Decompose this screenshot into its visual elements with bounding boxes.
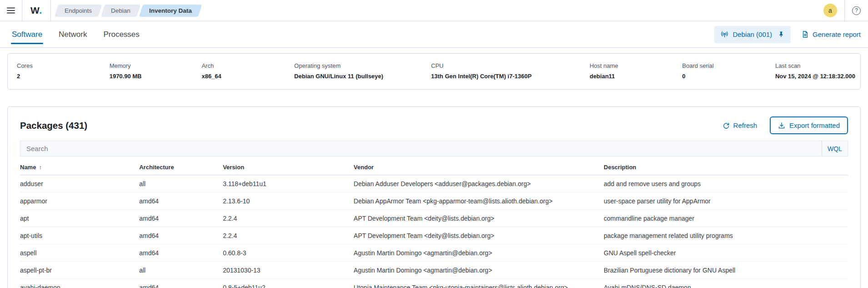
cell-name: apt: [20, 215, 139, 222]
summary-field-value: 2: [17, 73, 105, 80]
summary-field: Host name debian11: [590, 62, 682, 80]
summary-field: Memory 1970.90 MB: [110, 62, 202, 80]
summary-field: Arch x86_64: [201, 62, 294, 80]
cell-version: 20131030-13: [223, 267, 354, 274]
header-divider: [844, 0, 845, 21]
cell-name: apt-utils: [20, 232, 139, 239]
cell-architecture: amd64: [139, 215, 223, 222]
agent-chip-label: Debian (001): [733, 30, 772, 38]
cell-description: Avahi mDNS/DNS-SD daemon: [604, 284, 848, 288]
menu-hamburger-icon[interactable]: [0, 0, 22, 21]
summary-field-label: Board serial: [682, 62, 771, 69]
tab-network[interactable]: Network: [58, 21, 88, 47]
cell-vendor: Debian Adduser Developers <adduser@packa…: [354, 180, 604, 187]
search-input[interactable]: [20, 141, 822, 156]
summary-field: Operating system Debian GNU/Linux 11 (bu…: [294, 62, 431, 80]
generate-report-button[interactable]: Generate report: [802, 30, 861, 38]
pin-icon[interactable]: [778, 31, 784, 38]
summary-field-label: Memory: [110, 62, 197, 69]
column-header[interactable]: Name↑: [20, 164, 139, 175]
packages-title: Packages (431): [20, 120, 87, 131]
cell-architecture: amd64: [139, 284, 223, 288]
summary-field-label: CPU: [431, 62, 585, 69]
cell-description: GNU Aspell spell-checker: [604, 249, 848, 257]
summary-field: Board serial 0: [682, 62, 775, 80]
download-icon: [778, 122, 785, 129]
cell-name: apparmor: [20, 197, 139, 205]
summary-field-value: Nov 15, 2024 @ 12:18:32.000: [775, 73, 855, 80]
cell-vendor: Utopia Maintenance Team <pkg-utopia-main…: [354, 284, 604, 288]
refresh-icon: [722, 122, 730, 129]
breadcrumb-item[interactable]: Inventory Data: [139, 5, 202, 17]
table-row[interactable]: apt amd64 2.2.4 APT Development Team <de…: [20, 210, 848, 227]
broadcast-icon: [721, 30, 728, 38]
summary-field: Last scan Nov 15, 2024 @ 12:18:32.000: [775, 62, 860, 80]
cell-architecture: all: [139, 180, 223, 187]
column-header[interactable]: Version: [223, 164, 354, 175]
table-row[interactable]: apt-utils amd64 2.2.4 APT Development Te…: [20, 227, 848, 244]
export-formatted-button[interactable]: Export formatted: [770, 116, 848, 134]
summary-field-value: x86_64: [201, 73, 290, 80]
agent-selector-chip[interactable]: Debian (001): [714, 26, 791, 43]
cell-vendor: APT Development Team <deity@lists.debian…: [354, 215, 604, 222]
table-row[interactable]: avahi-daemon amd64 0.8-5+deb11u2 Utopia …: [20, 279, 848, 288]
cell-name: avahi-daemon: [20, 284, 139, 288]
cell-version: 0.60.8-3: [223, 249, 354, 257]
cell-name: aspell: [20, 249, 139, 257]
summary-field-label: Last scan: [775, 62, 855, 69]
tabbar-actions: Debian (001) Generate report: [714, 26, 861, 43]
column-header[interactable]: Vendor: [354, 164, 604, 175]
header-divider: [50, 0, 51, 21]
breadcrumb-item[interactable]: Endpoints: [54, 5, 102, 17]
wazuh-logo: W.: [22, 5, 50, 16]
table-row[interactable]: aspell-pt-br all 20131030-13 Agustin Mar…: [20, 262, 848, 279]
column-header[interactable]: Architecture: [139, 164, 223, 175]
cell-vendor: Debian AppArmor Team <pkg-apparmor-team@…: [354, 197, 604, 205]
help-button[interactable]: ?: [852, 6, 861, 15]
summary-field-label: Host name: [590, 62, 678, 69]
avatar[interactable]: a: [823, 4, 837, 17]
table-row[interactable]: apparmor amd64 2.13.6-10 Debian AppArmor…: [20, 192, 848, 210]
cell-description: commandline package manager: [604, 215, 848, 222]
cell-architecture: all: [139, 267, 223, 274]
summary-field: Cores 2: [17, 62, 110, 80]
cell-version: 0.8-5+deb11u2: [223, 284, 354, 288]
summary-field-label: Cores: [17, 62, 105, 69]
column-header[interactable]: Description: [604, 164, 848, 175]
breadcrumb-item[interactable]: Debian: [100, 5, 140, 17]
table-body: adduser all 3.118+deb11u1 Debian Adduser…: [20, 175, 848, 288]
cell-description: user-space parser utility for AppArmor: [604, 197, 848, 205]
packages-actions: Refresh Export formatted: [722, 116, 848, 134]
agent-summary-panel: Cores 2 Memory 1970.90 MB Arch x86_64 Op…: [7, 53, 861, 90]
tab-processes[interactable]: Processes: [102, 21, 140, 47]
cell-version: 2.13.6-10: [223, 197, 354, 205]
help-icon: ?: [852, 6, 861, 15]
packages-table: Name↑ Architecture Version Vendor Descri…: [20, 164, 848, 288]
cell-vendor: Agustin Martin Domingo <agmartin@debian.…: [354, 249, 604, 257]
report-document-icon: [802, 30, 809, 38]
summary-field-value: 0: [682, 73, 771, 80]
search-bar: WQL: [20, 141, 848, 157]
cell-name: aspell-pt-br: [20, 267, 139, 274]
table-header-row: Name↑ Architecture Version Vendor Descri…: [20, 164, 848, 175]
sort-ascending-icon: ↑: [39, 164, 42, 171]
table-row[interactable]: aspell amd64 0.60.8-3 Agustin Martin Dom…: [20, 244, 848, 262]
cell-description: Brazilian Portuguese dictionary for GNU …: [604, 267, 848, 274]
tab-software[interactable]: Software: [11, 21, 43, 47]
cell-description: add and remove users and groups: [604, 180, 848, 187]
refresh-button[interactable]: Refresh: [722, 121, 758, 129]
top-header: W. Endpoints Debian Inventory Data a ?: [0, 0, 868, 21]
cell-version: 3.118+deb11u1: [223, 180, 354, 187]
cell-version: 2.2.4: [223, 215, 354, 222]
packages-header: Packages (431) Refresh: [20, 116, 848, 134]
wql-button[interactable]: WQL: [822, 141, 848, 156]
summary-field-value: 1970.90 MB: [110, 73, 197, 80]
table-row[interactable]: adduser all 3.118+deb11u1 Debian Adduser…: [20, 175, 848, 192]
cell-architecture: amd64: [139, 197, 223, 205]
cell-vendor: APT Development Team <deity@lists.debian…: [354, 232, 604, 239]
summary-field-label: Arch: [201, 62, 290, 69]
cell-version: 2.2.4: [223, 232, 354, 239]
summary-field-value: debian11: [590, 73, 678, 80]
summary-field-label: Operating system: [294, 62, 426, 69]
cell-architecture: amd64: [139, 232, 223, 239]
